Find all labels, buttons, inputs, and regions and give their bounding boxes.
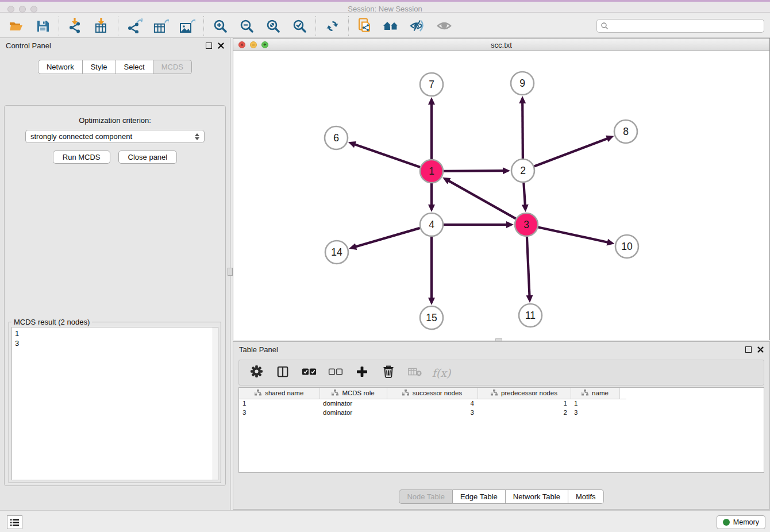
column-header-name[interactable]: name	[571, 388, 619, 399]
graph-node-label: 11	[525, 310, 536, 321]
cell-MCDS-role[interactable]: dominator	[319, 399, 387, 408]
delete-row-button[interactable]	[382, 366, 395, 380]
open-file-button[interactable]	[8, 18, 24, 34]
memory-label: Memory	[733, 518, 759, 526]
tab-style[interactable]: Style	[83, 60, 116, 74]
cell-name[interactable]: 1	[571, 399, 619, 408]
cell-shared-name[interactable]: 3	[239, 408, 319, 417]
edge-2-8[interactable]	[534, 138, 609, 167]
select-all-button[interactable]	[302, 366, 316, 380]
task-history-button[interactable]	[7, 515, 22, 529]
tab-node-table[interactable]: Node Table	[399, 489, 453, 504]
columns-button[interactable]	[276, 366, 290, 380]
edge-4-14[interactable]	[355, 228, 420, 247]
list-icon	[10, 518, 20, 527]
column-header-predecessor-nodes[interactable]: predecessor nodes	[478, 388, 571, 399]
cell-predecessor-nodes[interactable]: 2	[478, 408, 571, 417]
edge-3-1[interactable]	[448, 180, 516, 218]
cell-filler	[619, 408, 626, 417]
memory-button[interactable]: Memory	[717, 515, 765, 529]
cell-MCDS-role[interactable]: dominator	[319, 408, 387, 417]
edge-2-9[interactable]	[522, 102, 523, 159]
edge-arrowhead	[428, 205, 435, 212]
edge-arrowhead	[349, 243, 357, 250]
tab-mcds[interactable]: MCDS	[153, 60, 192, 74]
table-row[interactable]: 1dominator411	[239, 399, 626, 408]
edge-1-6[interactable]	[354, 144, 420, 167]
close-panel-button[interactable]: Close panel	[118, 151, 178, 164]
export-network-button[interactable]	[126, 18, 143, 34]
function-button[interactable]: f(x)	[434, 366, 448, 380]
network-view-window: × − + scc.txt 7968124314101511	[233, 38, 770, 340]
edge-3-10[interactable]	[538, 227, 609, 242]
import-network-button[interactable]	[67, 18, 83, 34]
delete-row-icon	[383, 365, 394, 380]
column-sort-icon	[255, 390, 261, 397]
edge-arrowhead	[503, 167, 510, 174]
save-session-button[interactable]	[34, 18, 51, 34]
table-row[interactable]: 3dominator323	[239, 408, 626, 417]
delete-table-icon	[407, 367, 422, 379]
edge-3-11[interactable]	[527, 237, 530, 296]
network-from-selection-button[interactable]	[357, 18, 373, 34]
home-layout-button[interactable]	[383, 18, 399, 34]
tab-select[interactable]: Select	[116, 60, 153, 74]
zoom-selected-button[interactable]	[291, 18, 307, 34]
tab-network-table[interactable]: Network Table	[506, 489, 568, 504]
horizontal-splitter-handle[interactable]	[495, 338, 502, 341]
zoom-in-button[interactable]	[212, 18, 228, 34]
edge-2-3[interactable]	[523, 183, 525, 206]
column-sort-icon	[332, 390, 338, 397]
criterion-dropdown[interactable]: strongly connected component	[25, 130, 205, 143]
save-session-icon	[36, 19, 50, 33]
mcds-result-line: 3	[15, 338, 218, 348]
cell-successor-nodes[interactable]: 4	[387, 399, 478, 408]
column-sort-icon	[582, 390, 588, 397]
cell-successor-nodes[interactable]: 3	[387, 408, 478, 417]
search-box[interactable]	[596, 19, 764, 33]
export-image-icon	[179, 18, 195, 33]
run-mcds-button[interactable]: Run MCDS	[53, 151, 110, 164]
column-header-shared-name[interactable]: shared name	[239, 388, 319, 399]
network-canvas[interactable]: 7968124314101511	[233, 51, 769, 340]
graph-node-label: 2	[520, 165, 526, 176]
vertical-splitter-handle[interactable]	[228, 268, 233, 276]
memory-status-icon	[723, 519, 730, 526]
table-close-icon[interactable]	[757, 346, 764, 353]
add-row-button[interactable]	[355, 366, 369, 380]
export-table-button[interactable]	[153, 18, 169, 34]
cell-name[interactable]: 3	[571, 408, 619, 417]
cell-predecessor-nodes[interactable]: 1	[478, 399, 571, 408]
zoom-out-button[interactable]	[238, 18, 255, 34]
dropdown-stepper-icon	[195, 133, 199, 140]
graph-node-label: 4	[429, 219, 434, 230]
column-header-MCDS-role[interactable]: MCDS role	[319, 388, 387, 399]
tab-motifs[interactable]: Motifs	[568, 489, 604, 504]
tab-edge-table[interactable]: Edge Table	[453, 489, 506, 504]
function-icon: f(x)	[432, 367, 451, 379]
cell-shared-name[interactable]: 1	[239, 399, 319, 408]
tab-network[interactable]: Network	[38, 60, 83, 74]
network-title: scc.txt	[233, 41, 769, 49]
refresh-button[interactable]	[324, 18, 340, 34]
table-float-icon[interactable]	[745, 346, 752, 353]
column-header-successor-nodes[interactable]: successor nodes	[387, 388, 478, 399]
deselect-all-button[interactable]	[329, 366, 342, 380]
result-scrollbar[interactable]	[213, 327, 218, 480]
node-table: shared nameMCDS rolesuccessor nodesprede…	[238, 387, 764, 473]
gear-button[interactable]	[249, 366, 263, 380]
search-input[interactable]	[609, 22, 764, 30]
home-layout-icon	[382, 19, 401, 33]
delete-table-button[interactable]	[408, 366, 422, 380]
float-panel-icon[interactable]	[206, 43, 212, 49]
import-table-button[interactable]	[94, 18, 110, 34]
hide-panels-button[interactable]	[410, 18, 426, 34]
zoom-fit-button[interactable]	[265, 18, 281, 34]
mcds-result-list[interactable]: 13	[11, 327, 218, 480]
network-window-titlebar[interactable]: × − + scc.txt	[233, 38, 769, 51]
show-eye-button[interactable]	[436, 18, 452, 34]
edge-1-2[interactable]	[444, 171, 504, 171]
export-image-button[interactable]	[179, 18, 195, 34]
close-panel-icon[interactable]	[218, 43, 224, 49]
column-label: predecessor nodes	[501, 390, 557, 396]
